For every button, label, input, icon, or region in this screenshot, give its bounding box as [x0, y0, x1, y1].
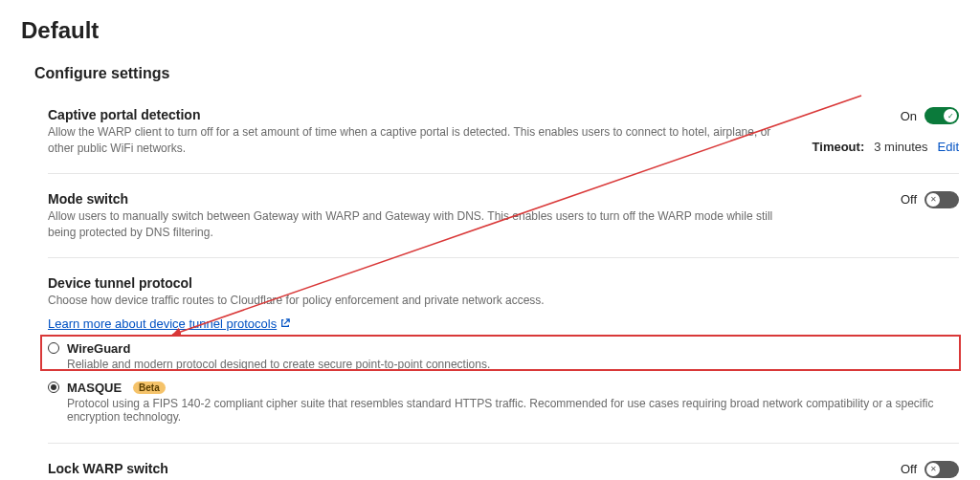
x-icon: ✕ — [926, 463, 940, 476]
captive-title: Captive portal detection — [48, 107, 783, 122]
radio-wireguard-row[interactable]: WireGuard — [48, 341, 959, 356]
setting-mode-switch: Mode switch Allow users to manually swit… — [48, 174, 959, 258]
radio-masque-row[interactable]: MASQUE Beta — [48, 381, 959, 395]
check-icon: ✓ — [944, 109, 957, 122]
wireguard-label: WireGuard — [67, 341, 130, 356]
beta-badge: Beta — [133, 382, 166, 394]
masque-label: MASQUE — [67, 381, 122, 395]
mode-switch-state-label: Off — [901, 192, 917, 207]
setting-device-tunnel-protocol: Device tunnel protocol Choose how device… — [48, 258, 959, 444]
masque-desc: Protocol using a FIPS 140-2 compliant ci… — [67, 397, 959, 424]
page-title: Default — [0, 0, 980, 52]
captive-toggle[interactable]: ✓ — [924, 107, 959, 124]
wireguard-desc: Reliable and modern protocol designed to… — [67, 358, 959, 371]
section-title: Configure settings — [0, 52, 980, 86]
edit-timeout-link[interactable]: Edit — [938, 140, 959, 154]
lock-state-label: Off — [901, 462, 917, 476]
tunnel-title: Device tunnel protocol — [48, 275, 959, 291]
radio-wireguard[interactable] — [48, 342, 59, 354]
setting-lock-warp-switch: Lock WARP switch Prevent users from turn… — [48, 444, 959, 480]
captive-state-label: On — [901, 109, 917, 123]
tunnel-desc: Choose how device traffic routes to Clou… — [48, 293, 959, 309]
external-link-icon — [280, 318, 290, 328]
learn-more-link[interactable]: Learn more about device tunnel protocols — [48, 316, 290, 331]
timeout-label: Timeout: — [813, 140, 865, 154]
x-icon: ✕ — [926, 193, 940, 207]
mode-switch-title: Mode switch — [48, 191, 783, 207]
timeout-value: 3 minutes — [874, 140, 927, 154]
captive-desc: Allow the WARP client to turn off for a … — [48, 124, 783, 158]
setting-captive-portal: Captive portal detection Allow the WARP … — [48, 90, 959, 174]
mode-switch-desc: Allow users to manually switch between G… — [48, 208, 783, 242]
mode-switch-toggle[interactable]: ✕ — [924, 191, 959, 208]
radio-masque[interactable] — [48, 382, 59, 393]
learn-more-text: Learn more about device tunnel protocols — [48, 316, 277, 331]
lock-toggle[interactable]: ✕ — [924, 461, 959, 478]
lock-title: Lock WARP switch — [48, 461, 783, 476]
